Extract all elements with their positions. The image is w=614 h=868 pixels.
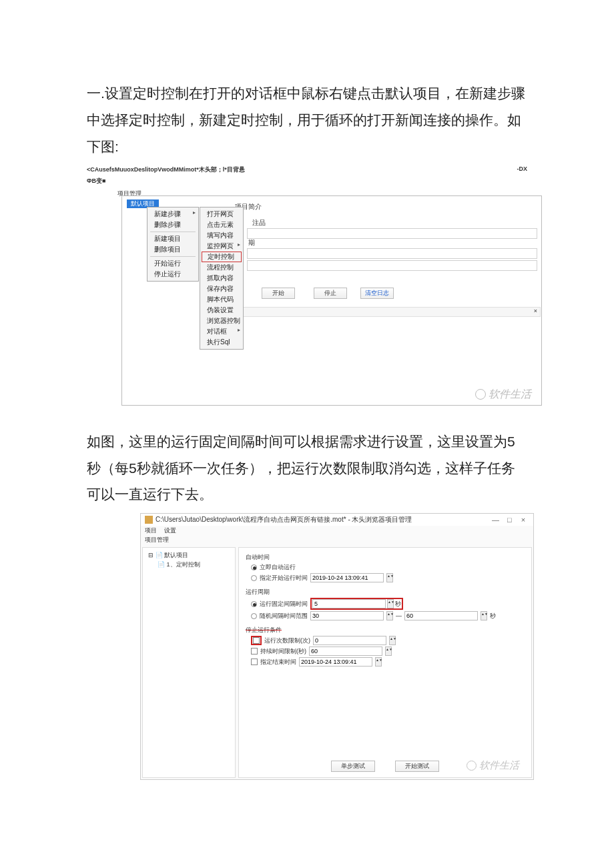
menu1-del-proj[interactable]: 删除项目 — [147, 244, 198, 255]
menu2-disguise[interactable]: 伪装设置 — [200, 305, 243, 316]
label-now: 立即自动运行 — [260, 563, 296, 572]
tree-child-label: 1、定时控制 — [167, 561, 200, 568]
grp-auto: 自动时间 — [246, 553, 525, 562]
body-para-2: 如图，这里的运行固定间隔时间可以根据需求进行设置，这里设置为5秒（每5秒就循环一… — [87, 428, 527, 508]
radio-now[interactable] — [251, 564, 257, 570]
window-max-button[interactable]: □ — [503, 516, 515, 524]
menu1-new-step[interactable]: 新建步骤 — [147, 209, 198, 220]
fig2-subbar: 项目管理 — [141, 536, 533, 546]
rand-sep: — — [396, 612, 402, 619]
count-highlight — [251, 636, 262, 645]
figure-1: 项目管理 默认项目 项目简介 注品 期 开始 停止 清空日志 志 × 新建步骤 … — [87, 188, 545, 408]
input-rand-hi[interactable] — [404, 611, 478, 620]
row-rb-rand: 随机间隔时间范围 ▲▼ — ▲▼ 秒 — [251, 611, 525, 620]
app-icon — [145, 516, 153, 524]
menu2-timer-ctrl[interactable]: 定时控制 — [202, 252, 242, 262]
menubar-project[interactable]: 项目 — [145, 527, 157, 534]
fig1-extra-text: ΦB变■ — [87, 177, 527, 185]
spin-fixed[interactable]: ▲▼ — [386, 573, 393, 582]
radio-fixed[interactable] — [251, 575, 257, 581]
fig1-context-menu[interactable]: 新建步骤 删除步骤 新建项目 删除项目 开始运行 停止运行 — [147, 207, 199, 282]
input-dur[interactable] — [309, 646, 382, 656]
tree-root[interactable]: ⊟ 📄 默认项目 — [148, 550, 232, 560]
row-rb-fixed: 指定开始运行时间 ▲▼ — [251, 573, 525, 582]
menu1-sep1 — [150, 232, 196, 232]
label-count: 运行次数限制(次) — [264, 636, 310, 645]
input-interval[interactable] — [312, 599, 386, 608]
fig1-path-left: <CAusefsMuuoxDeslitopVwodMMimot*木头部；l*目背… — [87, 166, 245, 173]
fig1-log-line: 志 × — [234, 307, 541, 317]
menu1-sep2 — [150, 256, 196, 257]
grp-period: 运行周期 — [246, 588, 525, 596]
input-count[interactable] — [313, 636, 386, 645]
spin-end[interactable]: ▲▼ — [375, 657, 382, 667]
label-interval: 运行固定间隔时间 — [260, 600, 308, 608]
row-cb-count: 运行次数限制(次) ▲▼ — [251, 636, 525, 645]
input-fixed-time[interactable] — [310, 573, 384, 582]
wechat-icon — [467, 761, 477, 771]
menu2-grab[interactable]: 抓取内容 — [200, 273, 243, 284]
input-rand-lo[interactable] — [310, 611, 384, 620]
menu1-del-step[interactable]: 删除步骤 — [147, 220, 198, 230]
menu1-start[interactable]: 开始运行 — [147, 258, 198, 269]
window-close-button[interactable]: × — [517, 516, 529, 524]
menu2-save[interactable]: 保存内容 — [200, 284, 243, 294]
fig1-watermark: 软件生活 — [475, 388, 531, 402]
fig1-path-right: -DX — [517, 165, 528, 172]
interval-highlight: ▲▼ 秒 — [310, 598, 403, 610]
spin-dur[interactable]: ▲▼ — [385, 646, 392, 656]
fig1-stop-button[interactable]: 停止 — [314, 288, 347, 299]
checkbox-dur[interactable] — [251, 648, 258, 655]
spin-count[interactable]: ▲▼ — [389, 636, 396, 645]
fig1-section-period: 期 — [248, 238, 255, 248]
input-end-time[interactable] — [299, 657, 372, 667]
radio-rand[interactable] — [251, 613, 257, 619]
menu2-sql[interactable]: 执行Sql — [200, 337, 243, 348]
menu2-fill[interactable]: 填写内容 — [200, 230, 243, 241]
fig1-window-path: <CAusefsMuuoxDeslitopVwodMMimot*木头部；l*目背… — [87, 165, 527, 174]
fig2-body: ⊟ 📄 默认项目 📄 1、定时控制 自动时间 立即自动运行 指定开始运行时间 ▲… — [141, 546, 533, 779]
btn-start-test[interactable]: 开始测试 — [395, 761, 439, 772]
row-cb-end: 指定结束时间 ▲▼ — [251, 657, 525, 667]
fig2-title-text: C:\Users\Jutao\Desktop\work\流程序自动点击网页所有链… — [156, 515, 412, 524]
label-rand: 随机间隔时间范围 — [260, 612, 308, 620]
radio-interval[interactable] — [251, 601, 257, 607]
fig1-field-2[interactable] — [247, 248, 537, 259]
menu2-browser[interactable]: 浏览器控制 — [200, 316, 243, 326]
fig1-log-close[interactable]: × — [534, 308, 537, 316]
window-min-button[interactable]: — — [489, 516, 501, 524]
fig1-clearlog-button[interactable]: 清空日志 — [360, 288, 394, 299]
menu2-dialog[interactable]: 对话框 — [200, 326, 243, 337]
fig1-start-button[interactable]: 开始 — [262, 288, 295, 299]
spin-rand-hi[interactable]: ▲▼ — [481, 611, 487, 620]
fig1-context-submenu[interactable]: 打开网页 点击元素 填写内容 监控网页 定时控制 流程控制 抓取内容 保存内容 … — [200, 207, 244, 350]
spin-rand-lo[interactable]: ▲▼ — [386, 611, 393, 620]
spin-interval[interactable]: ▲▼ — [387, 599, 394, 608]
menu2-open-page[interactable]: 打开网页 — [200, 209, 243, 220]
row-rb-interval: 运行固定间隔时间 ▲▼ 秒 — [251, 598, 525, 610]
wechat-icon — [475, 389, 486, 400]
checkbox-count[interactable] — [253, 637, 260, 644]
fig1-field-1[interactable] — [247, 228, 537, 239]
fig2-watermark-text: 软件生活 — [479, 759, 519, 772]
menu2-flow[interactable]: 流程控制 — [200, 262, 243, 273]
figure-2: C:\Users\Jutao\Desktop\work\流程序自动点击网页所有链… — [140, 513, 534, 780]
label-dur: 持续时间限制(秒) — [260, 647, 306, 656]
menu2-monitor[interactable]: 监控网页 — [200, 241, 243, 252]
checkbox-end[interactable] — [251, 659, 258, 665]
label-fixed: 指定开始运行时间 — [260, 574, 308, 582]
fig2-menubar: 项目 设置 — [141, 526, 533, 536]
row-cb-dur: 持续时间限制(秒) ▲▼ — [251, 646, 525, 656]
label-end: 指定结束时间 — [260, 658, 296, 667]
menu1-new-proj[interactable]: 新建项目 — [147, 234, 198, 244]
row-rb-now: 立即自动运行 — [251, 563, 525, 572]
menubar-settings[interactable]: 设置 — [164, 527, 176, 534]
body-para-1: 一.设置定时控制在打开的对话框中鼠标右键点击默认项目，在新建步骤中选择定时控制，… — [87, 80, 527, 160]
menu1-stop[interactable]: 停止运行 — [147, 269, 198, 280]
menu2-script[interactable]: 脚本代码 — [200, 294, 243, 305]
tree-child-1[interactable]: 📄 1、定时控制 — [158, 560, 232, 569]
btn-step-test[interactable]: 单步测试 — [331, 761, 375, 772]
menu2-click-el[interactable]: 点击元素 — [200, 220, 243, 230]
fig1-watermark-text: 软件生活 — [489, 388, 531, 402]
fig1-field-3[interactable] — [247, 260, 537, 271]
